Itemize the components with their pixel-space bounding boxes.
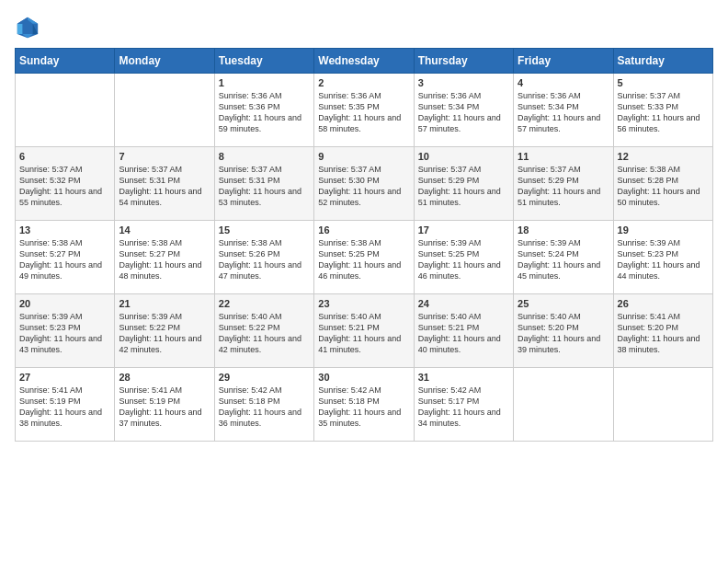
day-number: 20: [19, 298, 110, 309]
cell-content: Sunrise: 5:37 AMSunset: 5:32 PMDaylight:…: [19, 164, 110, 209]
day-number: 2: [318, 77, 409, 88]
calendar-cell: [613, 368, 712, 442]
logo: [15, 15, 44, 40]
cell-content: Sunrise: 5:41 AMSunset: 5:19 PMDaylight:…: [19, 385, 110, 430]
calendar-cell: 25Sunrise: 5:40 AMSunset: 5:20 PMDayligh…: [514, 294, 613, 368]
day-number: 9: [318, 151, 409, 162]
day-number: 4: [518, 77, 609, 88]
calendar-cell: 2Sunrise: 5:36 AMSunset: 5:35 PMDaylight…: [314, 74, 414, 147]
calendar-table: SundayMondayTuesdayWednesdayThursdayFrid…: [15, 48, 713, 442]
day-number: 6: [19, 151, 110, 162]
calendar-week-4: 20Sunrise: 5:39 AMSunset: 5:23 PMDayligh…: [16, 294, 713, 368]
cell-content: Sunrise: 5:36 AMSunset: 5:34 PMDaylight:…: [518, 90, 609, 135]
day-number: 23: [318, 298, 409, 309]
day-number: 27: [19, 372, 110, 383]
day-number: 3: [418, 77, 509, 88]
day-number: 1: [219, 77, 310, 88]
day-number: 17: [418, 224, 509, 236]
calendar-cell: [16, 74, 115, 147]
cell-content: Sunrise: 5:38 AMSunset: 5:28 PMDaylight:…: [618, 164, 709, 209]
calendar-cell: 18Sunrise: 5:39 AMSunset: 5:24 PMDayligh…: [514, 221, 613, 294]
cell-content: Sunrise: 5:42 AMSunset: 5:17 PMDaylight:…: [418, 385, 509, 430]
day-number: 22: [219, 298, 310, 309]
cell-content: Sunrise: 5:39 AMSunset: 5:23 PMDaylight:…: [618, 237, 709, 282]
calendar-cell: 30Sunrise: 5:42 AMSunset: 5:18 PMDayligh…: [314, 368, 414, 442]
calendar-cell: 16Sunrise: 5:38 AMSunset: 5:25 PMDayligh…: [314, 221, 414, 294]
day-number: 15: [219, 224, 310, 236]
day-number: 21: [119, 298, 210, 309]
cell-content: Sunrise: 5:37 AMSunset: 5:31 PMDaylight:…: [119, 164, 210, 209]
calendar-cell: 31Sunrise: 5:42 AMSunset: 5:17 PMDayligh…: [414, 368, 513, 442]
weekday-friday: Friday: [514, 49, 613, 74]
weekday-header-row: SundayMondayTuesdayWednesdayThursdayFrid…: [16, 49, 713, 74]
day-number: 13: [19, 224, 110, 236]
weekday-saturday: Saturday: [613, 49, 712, 74]
cell-content: Sunrise: 5:39 AMSunset: 5:24 PMDaylight:…: [518, 237, 609, 282]
calendar-cell: 28Sunrise: 5:41 AMSunset: 5:19 PMDayligh…: [115, 368, 214, 442]
day-number: 28: [119, 372, 210, 383]
calendar-week-2: 6Sunrise: 5:37 AMSunset: 5:32 PMDaylight…: [16, 147, 713, 221]
calendar-cell: 29Sunrise: 5:42 AMSunset: 5:18 PMDayligh…: [214, 368, 313, 442]
day-number: 31: [418, 372, 509, 383]
day-number: 14: [119, 224, 210, 236]
calendar-cell: 19Sunrise: 5:39 AMSunset: 5:23 PMDayligh…: [613, 221, 712, 294]
weekday-sunday: Sunday: [16, 49, 115, 74]
day-number: 29: [219, 372, 310, 383]
cell-content: Sunrise: 5:37 AMSunset: 5:30 PMDaylight:…: [318, 164, 409, 209]
calendar-cell: 20Sunrise: 5:39 AMSunset: 5:23 PMDayligh…: [16, 294, 115, 368]
day-number: 8: [219, 151, 310, 162]
weekday-monday: Monday: [115, 49, 214, 74]
cell-content: Sunrise: 5:36 AMSunset: 5:35 PMDaylight:…: [318, 90, 409, 135]
logo-icon: [15, 15, 40, 40]
cell-content: Sunrise: 5:41 AMSunset: 5:19 PMDaylight:…: [119, 385, 210, 430]
calendar-cell: 4Sunrise: 5:36 AMSunset: 5:34 PMDaylight…: [514, 74, 613, 147]
cell-content: Sunrise: 5:38 AMSunset: 5:25 PMDaylight:…: [318, 237, 409, 282]
cell-content: Sunrise: 5:42 AMSunset: 5:18 PMDaylight:…: [219, 385, 310, 430]
cell-content: Sunrise: 5:39 AMSunset: 5:22 PMDaylight:…: [119, 311, 210, 356]
cell-content: Sunrise: 5:39 AMSunset: 5:25 PMDaylight:…: [418, 237, 509, 282]
calendar-cell: 17Sunrise: 5:39 AMSunset: 5:25 PMDayligh…: [414, 221, 513, 294]
weekday-wednesday: Wednesday: [314, 49, 414, 74]
day-number: 16: [318, 224, 409, 236]
weekday-thursday: Thursday: [414, 49, 513, 74]
cell-content: Sunrise: 5:37 AMSunset: 5:29 PMDaylight:…: [518, 164, 609, 209]
calendar-cell: 15Sunrise: 5:38 AMSunset: 5:26 PMDayligh…: [214, 221, 313, 294]
day-number: 25: [518, 298, 609, 309]
day-number: 12: [618, 151, 709, 162]
cell-content: Sunrise: 5:40 AMSunset: 5:22 PMDaylight:…: [219, 311, 310, 356]
calendar-cell: 7Sunrise: 5:37 AMSunset: 5:31 PMDaylight…: [115, 147, 214, 221]
day-number: 10: [418, 151, 509, 162]
calendar-cell: 13Sunrise: 5:38 AMSunset: 5:27 PMDayligh…: [16, 221, 115, 294]
calendar-cell: 22Sunrise: 5:40 AMSunset: 5:22 PMDayligh…: [214, 294, 313, 368]
calendar-cell: 12Sunrise: 5:38 AMSunset: 5:28 PMDayligh…: [613, 147, 712, 221]
calendar-cell: 23Sunrise: 5:40 AMSunset: 5:21 PMDayligh…: [314, 294, 414, 368]
day-number: 11: [518, 151, 609, 162]
cell-content: Sunrise: 5:39 AMSunset: 5:23 PMDaylight:…: [19, 311, 110, 356]
day-number: 26: [618, 298, 709, 309]
cell-content: Sunrise: 5:40 AMSunset: 5:21 PMDaylight:…: [418, 311, 509, 356]
cell-content: Sunrise: 5:38 AMSunset: 5:26 PMDaylight:…: [219, 237, 310, 282]
cell-content: Sunrise: 5:36 AMSunset: 5:36 PMDaylight:…: [219, 90, 310, 135]
day-number: 5: [618, 77, 709, 88]
cell-content: Sunrise: 5:38 AMSunset: 5:27 PMDaylight:…: [19, 237, 110, 282]
svg-marker-4: [17, 24, 23, 34]
cell-content: Sunrise: 5:36 AMSunset: 5:34 PMDaylight:…: [418, 90, 509, 135]
cell-content: Sunrise: 5:41 AMSunset: 5:20 PMDaylight:…: [618, 311, 709, 356]
day-number: 24: [418, 298, 509, 309]
cell-content: Sunrise: 5:37 AMSunset: 5:31 PMDaylight:…: [219, 164, 310, 209]
calendar-cell: 26Sunrise: 5:41 AMSunset: 5:20 PMDayligh…: [613, 294, 712, 368]
calendar-cell: [115, 74, 214, 147]
calendar-cell: 1Sunrise: 5:36 AMSunset: 5:36 PMDaylight…: [214, 74, 313, 147]
day-number: 30: [318, 372, 409, 383]
calendar-cell: 8Sunrise: 5:37 AMSunset: 5:31 PMDaylight…: [214, 147, 313, 221]
cell-content: Sunrise: 5:37 AMSunset: 5:29 PMDaylight:…: [418, 164, 509, 209]
cell-content: Sunrise: 5:40 AMSunset: 5:21 PMDaylight:…: [318, 311, 409, 356]
calendar-cell: 9Sunrise: 5:37 AMSunset: 5:30 PMDaylight…: [314, 147, 414, 221]
cell-content: Sunrise: 5:38 AMSunset: 5:27 PMDaylight:…: [119, 237, 210, 282]
calendar-cell: 24Sunrise: 5:40 AMSunset: 5:21 PMDayligh…: [414, 294, 513, 368]
day-number: 7: [119, 151, 210, 162]
day-number: 18: [518, 224, 609, 236]
calendar-cell: 5Sunrise: 5:37 AMSunset: 5:33 PMDaylight…: [613, 74, 712, 147]
calendar-body: 1Sunrise: 5:36 AMSunset: 5:36 PMDaylight…: [16, 74, 713, 442]
cell-content: Sunrise: 5:42 AMSunset: 5:18 PMDaylight:…: [318, 385, 409, 430]
